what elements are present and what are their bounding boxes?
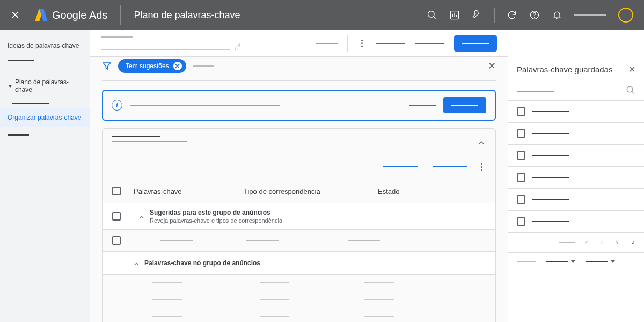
last-page-icon[interactable] [629, 239, 635, 246]
edit-icon[interactable] [234, 43, 241, 50]
first-page-icon[interactable] [584, 239, 590, 246]
column-match-type[interactable]: Tipo de correspondência [244, 187, 378, 195]
card-link-2[interactable] [433, 166, 467, 167]
list-item[interactable] [508, 167, 644, 189]
group-checkbox[interactable] [112, 212, 121, 221]
sidebar-sub-placeholder[interactable] [0, 99, 90, 108]
svg-line-1 [434, 17, 436, 19]
filter-icon[interactable] [102, 61, 112, 71]
sidebar-item-organize[interactable]: Organizar palavras-chave [0, 108, 90, 127]
card-link-1[interactable] [383, 166, 418, 167]
page-info-placeholder [559, 242, 575, 243]
footer-placeholder [517, 261, 536, 262]
sidebar-item-ideas[interactable]: Ideias de palavras-chave [0, 36, 90, 55]
chip-remove-icon[interactable]: ✕ [173, 62, 182, 70]
reports-icon[interactable] [449, 10, 460, 20]
item-label-placeholder [532, 199, 569, 200]
sidebar-item-plan[interactable]: ▼ Plano de palavras-chave [0, 73, 90, 99]
chevron-down-icon [611, 260, 615, 263]
filter-chip-has-suggestions[interactable]: Tem sugestões ✕ [118, 59, 186, 73]
refresh-icon[interactable] [507, 10, 517, 20]
item-checkbox[interactable] [517, 195, 525, 204]
panel-title: Palavras-chave guardadas [517, 65, 612, 74]
info-banner: i [102, 90, 496, 121]
chevron-up-icon[interactable] [138, 214, 145, 221]
sidebar-placeholder-2 [8, 134, 29, 136]
prev-page-icon[interactable] [599, 239, 605, 246]
item-checkbox[interactable] [517, 217, 525, 226]
notifications-icon[interactable] [552, 10, 562, 20]
svg-line-10 [632, 91, 634, 93]
more-menu-icon[interactable] [357, 39, 366, 48]
subheader-primary-button[interactable] [454, 35, 497, 52]
list-item[interactable] [508, 145, 644, 167]
item-label-placeholder [532, 111, 569, 112]
cell-placeholder [160, 240, 193, 241]
collapse-icon[interactable] [477, 138, 486, 147]
table-row[interactable] [103, 230, 495, 252]
item-label-placeholder [532, 155, 569, 156]
item-checkbox[interactable] [517, 173, 525, 182]
info-link-placeholder[interactable] [409, 105, 436, 106]
close-icon[interactable]: ✕ [11, 9, 20, 21]
chevron-up-icon[interactable] [133, 260, 140, 268]
next-page-icon[interactable] [614, 239, 620, 246]
sidebar: Ideias de palavras-chave ▼ Plano de pala… [0, 30, 90, 322]
tools-icon[interactable] [472, 10, 482, 20]
cell-placeholder [260, 299, 289, 300]
sidebar-item-label: Plano de palavras-chave [15, 78, 82, 93]
header-divider [120, 5, 121, 25]
column-state[interactable]: Estado [378, 187, 486, 195]
search-icon[interactable] [427, 10, 437, 20]
info-action-button[interactable] [443, 97, 486, 113]
cell-placeholder [260, 316, 289, 317]
search-icon[interactable] [626, 85, 635, 95]
chevron-down-icon: ▼ [8, 83, 13, 89]
product-logo[interactable]: Google Ads [36, 9, 107, 21]
item-checkbox[interactable] [517, 151, 525, 160]
subheader-ph-1 [316, 43, 338, 44]
card-title-placeholder [112, 136, 160, 137]
avatar[interactable] [618, 8, 633, 23]
row-checkbox[interactable] [112, 236, 121, 245]
plan-name-input-underline[interactable] [101, 49, 230, 50]
select-all-checkbox[interactable] [112, 187, 121, 195]
panel-close-icon[interactable]: ✕ [628, 64, 635, 75]
footer-dropdown-1[interactable] [546, 260, 575, 263]
card-more-icon[interactable] [477, 163, 486, 171]
subheader-link-2[interactable] [415, 43, 444, 44]
subheader-link-1[interactable] [376, 43, 405, 44]
keyword-card: Palavras-chave Tipo de correspondência E… [102, 128, 496, 322]
panel-footer [508, 253, 644, 270]
item-checkbox[interactable] [517, 129, 525, 138]
close-filter-icon[interactable]: ✕ [488, 60, 496, 72]
panel-search-input[interactable] [517, 89, 554, 92]
cell-placeholder [348, 240, 380, 241]
filter-bar: Tem sugestões ✕ ✕ [102, 57, 496, 81]
svg-point-9 [627, 86, 633, 92]
app-header: ✕ Google Ads Plano de palavras-chave [0, 0, 644, 30]
list-item[interactable] [508, 211, 644, 233]
add-filter-placeholder[interactable] [193, 65, 214, 67]
cell-placeholder [364, 282, 394, 283]
list-item[interactable] [508, 101, 644, 123]
cell-placeholder [152, 282, 182, 283]
cell-placeholder [364, 299, 394, 300]
group-in-adgroup[interactable]: Palavras-chave no grupo de anúncios [103, 252, 495, 275]
svg-marker-8 [103, 63, 111, 69]
info-text-placeholder [130, 105, 280, 106]
table-row[interactable] [103, 308, 495, 322]
column-keywords[interactable]: Palavras-chave [134, 187, 244, 195]
subheader-divider [347, 35, 348, 52]
list-item[interactable] [508, 189, 644, 211]
table-row[interactable] [103, 275, 495, 291]
cell-placeholder [152, 316, 182, 317]
info-icon: i [112, 100, 122, 111]
item-checkbox[interactable] [517, 107, 525, 116]
footer-dropdown-2[interactable] [586, 260, 615, 263]
group-title: Sugeridas para este grupo de anúncios [150, 209, 282, 216]
list-item[interactable] [508, 123, 644, 145]
help-icon[interactable] [529, 10, 540, 20]
table-row[interactable] [103, 291, 495, 308]
group-suggested[interactable]: Sugeridas para este grupo de anúncios Re… [103, 203, 495, 230]
